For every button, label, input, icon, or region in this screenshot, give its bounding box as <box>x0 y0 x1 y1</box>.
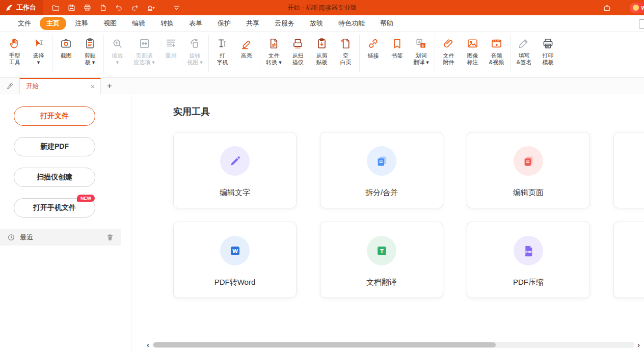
menu-features[interactable]: 特色功能 <box>332 17 371 30</box>
scroll-right-icon[interactable]: › <box>637 341 640 349</box>
horizontal-scrollbar: ‹ › <box>147 341 640 349</box>
menu-convert[interactable]: 转换 <box>154 17 180 30</box>
menu-view[interactable]: 视图 <box>97 17 123 30</box>
svg-text:T: T <box>380 248 384 254</box>
menu-file[interactable]: 文件 <box>11 17 38 30</box>
window-title: 开始 - 福昕阅读器专业版 <box>287 0 357 15</box>
attachment-icon <box>442 37 455 50</box>
menu-protect[interactable]: 保护 <box>211 17 237 30</box>
redo-icon[interactable] <box>128 2 141 13</box>
open-file-icon[interactable] <box>49 2 62 13</box>
edit-text-icon <box>220 146 250 176</box>
vip-button[interactable]: w <box>630 3 644 13</box>
card-label: 编辑页面 <box>513 188 544 198</box>
menu-present[interactable]: 放映 <box>303 17 330 30</box>
ribbon-item-convert-files[interactable]: 文件 转换 ▾ <box>262 35 286 68</box>
ribbon-group-capture: 截图 剪贴 板 ▾ <box>52 35 104 72</box>
ribbon-item-image-annotation[interactable]: 图像 标注 <box>461 35 485 68</box>
scanner-icon <box>291 37 304 50</box>
edit-pages-icon <box>514 146 543 176</box>
export-icon[interactable] <box>97 2 109 13</box>
ribbon-item-zoom[interactable]: 缩放 ▾ <box>105 35 129 68</box>
image-annotation-icon <box>466 37 479 50</box>
svg-text:文: 文 <box>421 43 425 47</box>
menu-comment[interactable]: 注释 <box>68 17 95 30</box>
ribbon-item-from-scanner[interactable]: 从扫 描仪 <box>286 35 310 68</box>
pdf-compress-icon: PDF <box>514 236 543 265</box>
link-icon <box>367 37 380 50</box>
workspace-label: 工作台 <box>16 3 36 12</box>
ribbon-item-print-template[interactable]: 打印 模板 <box>536 35 560 68</box>
open-file-button[interactable]: 打开文件 <box>14 106 95 126</box>
scanner-create-button[interactable]: 扫描仪创建 <box>14 168 95 187</box>
card-partial[interactable] <box>613 222 644 298</box>
doc-translate-icon: T <box>367 236 396 265</box>
ribbon-item-link[interactable]: 链接 <box>361 35 385 61</box>
ribbon-group-comment: 打 字机 高亮 <box>209 35 260 72</box>
tab-start[interactable]: 开始 × <box>19 78 101 94</box>
ribbon-item-highlight[interactable]: 高亮 <box>234 35 258 61</box>
ribbon-item-blank-page[interactable]: 空 白页 <box>334 35 358 68</box>
save-icon[interactable] <box>65 2 77 13</box>
stamp-caret-icon: ▾ <box>152 6 154 10</box>
bookmark-icon <box>391 37 404 50</box>
undo-icon[interactable] <box>113 2 125 13</box>
find-icon[interactable] <box>639 19 644 29</box>
card-label: 拆分/合并 <box>365 188 398 198</box>
titlebar: 工作台 ▾ 开始 - 福昕阅读器专业版 w <box>0 0 644 15</box>
workspace-button[interactable]: 工作台 <box>0 0 43 15</box>
ribbon-item-typewriter[interactable]: 打 字机 <box>210 35 234 68</box>
clear-recent-icon[interactable] <box>106 233 114 241</box>
toolbox-icon[interactable] <box>601 2 613 13</box>
menu-home[interactable]: 主页 <box>40 17 66 30</box>
recent-files-row[interactable]: 最近 <box>0 229 121 246</box>
ribbon-item-snapshot[interactable]: 截图 <box>54 35 78 61</box>
menu-share[interactable]: 共享 <box>239 17 266 30</box>
stamp-icon[interactable]: ▾ <box>144 2 156 13</box>
ribbon-item-audio-video[interactable]: 音频 &视频 <box>485 35 508 68</box>
collapse-toolbar-icon[interactable] <box>170 2 182 13</box>
card-label: 文档翻译 <box>366 278 397 287</box>
card-edit-pages[interactable]: 编辑页面 <box>467 132 590 208</box>
ribbon-item-fill-sign[interactable]: 填写 &签名 <box>512 35 536 68</box>
svg-text:W: W <box>232 248 237 254</box>
menu-edit[interactable]: 编辑 <box>125 17 152 30</box>
menu-help[interactable]: 帮助 <box>373 17 400 30</box>
ribbon-item-bookmark[interactable]: 书签 <box>385 35 409 61</box>
ribbon-item-rotate-view[interactable]: 旋转 视图 ▾ <box>183 35 207 68</box>
sidebar: 打开文件 新建PDF 扫描仪创建 打开手机文件 NEW 最近 <box>0 94 131 352</box>
open-mobile-file-button[interactable]: 打开手机文件 NEW <box>14 198 95 218</box>
card-pdf-compress[interactable]: PDF PDF压缩 <box>467 222 590 298</box>
ribbon-item-translate[interactable]: A文 划词 翻译 ▾ <box>409 35 433 68</box>
card-pdf-to-word[interactable]: W PDF转Word <box>173 222 297 298</box>
section-title: 实用工具 <box>173 105 644 118</box>
ribbon-group-insert: 链接 书签 A文 划词 翻译 ▾ <box>360 35 435 72</box>
new-pdf-button[interactable]: 新建PDF <box>14 137 95 156</box>
print-icon[interactable] <box>81 2 93 13</box>
menu-cloud[interactable]: 云服务 <box>268 17 301 30</box>
ribbon-item-reflow[interactable]: 重排 <box>159 35 183 61</box>
card-edit-text[interactable]: 编辑文字 <box>173 132 297 208</box>
card-doc-translate[interactable]: T 文档翻译 <box>320 222 443 298</box>
foxit-reader-window: 工作台 ▾ 开始 - 福昕阅读器专业版 w 文件 主页 注释 视图 编辑 转换 <box>0 0 644 352</box>
main-content: 实用工具 编辑文字 拆分/合并 <box>131 94 644 352</box>
menu-form[interactable]: 表单 <box>182 17 209 30</box>
ribbon-item-clipboard[interactable]: 剪贴 板 ▾ <box>78 35 102 68</box>
ribbon-item-select[interactable]: 选择 ▾ <box>26 35 50 68</box>
scrollbar-track[interactable] <box>152 342 634 348</box>
ribbon-item-from-clipboard[interactable]: 从剪 贴板 <box>310 35 334 68</box>
new-tab-button[interactable]: + <box>101 78 118 94</box>
tab-close-icon[interactable]: × <box>89 83 96 91</box>
tool-card-grid: 编辑文字 拆分/合并 编辑页面 W <box>173 132 644 298</box>
ribbon-item-fit-page-options[interactable]: 页面适 应选项 ▾ <box>129 35 159 68</box>
card-partial[interactable] <box>613 132 644 208</box>
quick-launch-icon[interactable] <box>0 78 19 94</box>
split-merge-icon <box>367 146 396 176</box>
scrollbar-thumb[interactable] <box>153 342 496 347</box>
card-label: PDF转Word <box>214 278 256 287</box>
open-mobile-file-label: 打开手机文件 <box>33 203 76 211</box>
ribbon-item-file-attachment[interactable]: 文件 附件 <box>437 35 461 68</box>
ribbon-item-hand-tool[interactable]: 手型 工具 <box>3 35 26 68</box>
scroll-left-icon[interactable]: ‹ <box>147 341 149 349</box>
card-split-merge[interactable]: 拆分/合并 <box>320 132 443 208</box>
